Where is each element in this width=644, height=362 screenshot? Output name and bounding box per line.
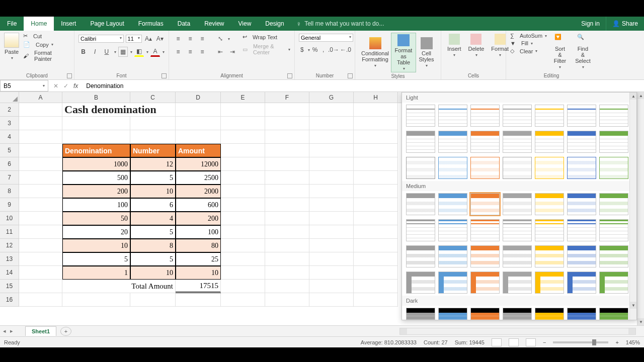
cell-E13[interactable] — [221, 252, 265, 266]
cell-C16[interactable] — [130, 293, 176, 307]
cell-H14[interactable] — [354, 266, 398, 280]
align-right-icon[interactable]: ≡ — [197, 47, 207, 57]
cell-D11[interactable]: 100 — [176, 225, 221, 239]
table-style-swatch[interactable] — [599, 272, 628, 294]
cell-F12[interactable] — [265, 239, 309, 252]
cell-A8[interactable] — [19, 185, 62, 198]
insert-cells-button[interactable]: Insert▾ — [445, 33, 463, 58]
row-header-13[interactable]: 13 — [0, 252, 19, 266]
table-style-swatch[interactable] — [535, 157, 564, 179]
tab-data[interactable]: Data — [171, 17, 197, 31]
table-style-swatch[interactable] — [503, 272, 532, 294]
cell-D13[interactable]: 25 — [176, 252, 221, 266]
scroll-up-icon[interactable]: ▲ — [637, 92, 644, 99]
cell-C6[interactable]: 12 — [130, 157, 176, 171]
cell-A14[interactable] — [19, 266, 62, 280]
cell-A16[interactable] — [19, 293, 62, 307]
row-header-4[interactable]: 4 — [0, 130, 19, 144]
cell-G3[interactable] — [309, 117, 354, 130]
decrease-font-icon[interactable]: A▾ — [155, 34, 165, 44]
tab-review[interactable]: Review — [197, 17, 231, 31]
cell-C9[interactable]: 6 — [130, 198, 176, 212]
cell-B12[interactable]: 10 — [62, 239, 130, 252]
tab-home[interactable]: Home — [24, 17, 54, 31]
table-style-swatch[interactable] — [406, 308, 435, 320]
table-style-swatch[interactable] — [438, 131, 467, 153]
cell-G7[interactable] — [309, 171, 354, 185]
cell-C8[interactable]: 10 — [130, 185, 176, 198]
fill-button[interactable]: ▼ Fill▾ — [510, 40, 547, 46]
cell-C4[interactable] — [130, 130, 176, 144]
bold-button[interactable]: B — [78, 47, 88, 57]
cell-H6[interactable] — [354, 157, 398, 171]
table-style-swatch[interactable] — [438, 193, 467, 215]
table-style-swatch[interactable] — [599, 245, 628, 267]
cell-E8[interactable] — [221, 185, 265, 198]
column-header-G[interactable]: G — [309, 92, 354, 103]
sign-in[interactable]: Sign in — [575, 17, 606, 31]
table-style-swatch[interactable] — [438, 245, 467, 267]
table-style-swatch[interactable] — [535, 131, 564, 153]
horizontal-scrollbar[interactable] — [399, 328, 636, 335]
table-style-swatch[interactable] — [503, 193, 532, 215]
cell-G5[interactable] — [309, 144, 354, 157]
increase-indent-icon[interactable]: ⇥ — [227, 47, 237, 57]
decrease-decimal-icon[interactable]: ←.0 — [341, 45, 351, 55]
row-header-2[interactable]: 2 — [0, 103, 19, 117]
cell-D3[interactable] — [176, 117, 221, 130]
cell-C13[interactable]: 5 — [130, 252, 176, 266]
table-style-swatch[interactable] — [470, 131, 500, 153]
table-style-swatch[interactable] — [567, 105, 596, 127]
sheet-nav-next-icon[interactable]: ▸ — [10, 328, 13, 334]
cell-G8[interactable] — [309, 185, 354, 198]
table-style-swatch[interactable] — [406, 131, 435, 153]
decrease-indent-icon[interactable]: ⇤ — [215, 47, 225, 57]
tab-view[interactable]: View — [231, 17, 259, 31]
cell-G11[interactable] — [309, 225, 354, 239]
cell-B7[interactable]: 500 — [62, 171, 130, 185]
table-style-swatch[interactable] — [535, 219, 564, 241]
cell-D14[interactable]: 10 — [176, 266, 221, 280]
cell-A9[interactable] — [19, 198, 62, 212]
cell-F6[interactable] — [265, 157, 309, 171]
cell-G9[interactable] — [309, 198, 354, 212]
cell-F8[interactable] — [265, 185, 309, 198]
row-header-5[interactable]: 5 — [0, 144, 19, 157]
row-header-7[interactable]: 7 — [0, 171, 19, 185]
table-style-swatch[interactable] — [503, 219, 532, 241]
column-header-C[interactable]: C — [130, 92, 176, 103]
cell-B15[interactable]: Total Amount — [62, 280, 176, 293]
cell-A7[interactable] — [19, 171, 62, 185]
cell-G14[interactable] — [309, 266, 354, 280]
align-bottom-icon[interactable]: ≡ — [197, 34, 207, 44]
table-style-swatch[interactable] — [535, 272, 564, 294]
zoom-level[interactable]: 145% — [626, 339, 640, 345]
table-style-swatch[interactable] — [406, 193, 435, 215]
cell-C7[interactable]: 5 — [130, 171, 176, 185]
row-header-3[interactable]: 3 — [0, 117, 19, 130]
cell-styles-button[interactable]: Cell Styles▾ — [416, 36, 437, 69]
cell-F7[interactable] — [265, 171, 309, 185]
cell-G16[interactable] — [309, 293, 354, 307]
cell-D12[interactable]: 80 — [176, 239, 221, 252]
cell-C11[interactable]: 5 — [130, 225, 176, 239]
column-header-A[interactable]: A — [19, 92, 62, 103]
row-header-11[interactable]: 11 — [0, 225, 19, 239]
table-style-swatch[interactable] — [406, 157, 435, 179]
cell-E7[interactable] — [221, 171, 265, 185]
cell-E2[interactable] — [221, 103, 265, 117]
font-color-button[interactable]: A — [150, 47, 160, 57]
zoom-slider[interactable] — [553, 341, 608, 343]
cell-E10[interactable] — [221, 212, 265, 225]
border-button[interactable]: ▦ — [118, 47, 128, 57]
vertical-scrollbar[interactable]: ▲ ▼ — [637, 92, 644, 325]
cell-H9[interactable] — [354, 198, 398, 212]
scroll-down-icon[interactable]: ▼ — [637, 318, 644, 325]
enter-formula-icon[interactable]: ✓ — [63, 82, 68, 89]
table-style-swatch[interactable] — [470, 245, 500, 267]
column-header-E[interactable]: E — [221, 92, 265, 103]
font-size-select[interactable]: 11▾ — [126, 35, 142, 43]
zoom-in-button[interactable]: + — [615, 339, 618, 345]
page-break-view-icon[interactable] — [526, 338, 536, 346]
table-style-swatch[interactable] — [470, 193, 500, 215]
